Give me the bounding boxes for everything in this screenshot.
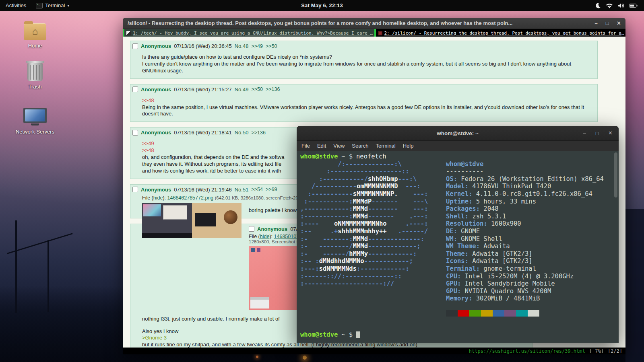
trash-icon — [27, 63, 43, 81]
terminal-app-icon — [36, 3, 43, 8]
neofetch-info-line: Shell: zsh 5.3.1 — [446, 213, 604, 220]
neofetch-title: whom@stdve — [446, 160, 604, 168]
command-text: neofetch — [356, 153, 386, 160]
thumbnail-right-screen — [192, 203, 242, 238]
backlink[interactable]: >>69 — [266, 187, 277, 192]
file-label: ): — [269, 234, 274, 239]
neofetch-info-line: Icons: Adwaita [GTK2/3] — [446, 257, 604, 265]
app-menu[interactable]: Terminal ▾ — [32, 0, 73, 11]
palette-swatch — [458, 310, 469, 317]
tab-favicon — [126, 31, 131, 35]
hide-file-link[interactable]: hide — [153, 195, 163, 201]
prompt-symbol: $ — [349, 331, 353, 338]
post-checkbox[interactable] — [132, 86, 138, 92]
post-text: Is there any guide/place on how to test … — [142, 54, 592, 61]
neofetch-info-line: Terminal: gnome-terminal — [446, 265, 604, 273]
post-checkbox[interactable] — [249, 226, 254, 232]
neofetch-info-line: WM Theme: Adwaita — [446, 243, 604, 250]
backlink[interactable]: >>136 — [251, 130, 265, 136]
prompt-path: ~ — [341, 331, 345, 338]
palette-swatch — [446, 310, 458, 317]
home-folder-icon — [24, 23, 46, 40]
neofetch-info-line: Kernel: 4.11.0-0.rc8.git0.1.fc26.x86_64 — [446, 190, 604, 198]
volume-icon — [618, 3, 624, 8]
poster-name: Anonymous — [257, 226, 287, 232]
tab-indicator — [374, 29, 376, 37]
post-thumbnail[interactable] — [142, 203, 242, 238]
neofetch-info-line: WM: GNOME Shell — [446, 235, 604, 243]
file-name-link[interactable]: 1468462785772.png — [167, 195, 214, 201]
desktop-icon-trash[interactable]: Trash — [14, 63, 56, 90]
poster-name: Anonymous — [141, 86, 171, 93]
palette-swatch — [469, 310, 481, 317]
backlink[interactable]: >>136 — [266, 86, 280, 92]
tab-bar: 1: /tech/ - Hey buddy, I see you are usi… — [123, 29, 625, 37]
neofetch-info-line: DE: GNOME — [446, 228, 604, 235]
browser-titlebar[interactable]: /silicon/ - Resurrecting the desktop thr… — [123, 18, 625, 29]
tab-silicon[interactable]: 2: /silicon/ - Resurrecting the desktop … — [374, 29, 626, 37]
command-line: whom@stdve~$neofetch — [300, 153, 618, 160]
tab-label: 2: /silicon/ - Resurrecting the desktop … — [384, 31, 625, 36]
post-checkbox[interactable] — [132, 43, 138, 49]
file-label: File ( — [142, 195, 153, 201]
post-number-link[interactable]: No.50 — [235, 130, 249, 136]
terminal-color-palette — [446, 310, 604, 317]
wallpaper-crane-silhouette — [47, 240, 49, 312]
desktop-icon-label: Trash — [14, 84, 56, 90]
maximize-button[interactable]: □ — [596, 130, 599, 136]
tab-tech[interactable]: 1: /tech/ - Hey buddy, I see you are usi… — [123, 29, 374, 37]
terminal-scrollbar[interactable] — [614, 152, 617, 197]
neofetch-info-line: Memory: 3020MiB / 4841MiB — [446, 295, 604, 302]
menu-view[interactable]: View — [333, 143, 345, 149]
prompt-symbol: $ — [349, 153, 353, 160]
menu-help[interactable]: Help — [403, 143, 414, 149]
desktop-icon-network-servers[interactable]: Network Servers — [14, 108, 56, 135]
neofetch-info-line: OS: Fedora 26 (Workstation Edition) x86_… — [446, 175, 604, 183]
wallpaper-tower-silhouette — [625, 209, 644, 362]
file-label: ): — [163, 195, 167, 201]
post-checkbox[interactable] — [132, 187, 138, 192]
hide-file-link[interactable]: hide — [260, 234, 270, 239]
terminal-headerbar[interactable]: whom@stdve: ~ – □ × — [297, 126, 619, 141]
wallpaper-harbor-light — [256, 356, 258, 358]
neofetch-info-line: Packages: 2048 — [446, 205, 604, 213]
terminal-cursor — [356, 331, 360, 338]
neofetch-separator: ---------- — [446, 168, 604, 175]
close-button[interactable]: × — [617, 20, 621, 27]
post-number-link[interactable]: No.49 — [235, 86, 249, 93]
system-tray[interactable] — [595, 0, 644, 11]
clock[interactable]: Sat May 6, 22:13 — [301, 2, 343, 8]
post-checkbox[interactable] — [132, 130, 138, 136]
poster-name: Anonymous — [141, 43, 171, 49]
terminal-content[interactable]: whom@stdve~$neofetch /:-------------:\ :… — [297, 151, 619, 343]
maximize-button[interactable]: □ — [606, 20, 609, 26]
menu-terminal[interactable]: Terminal — [376, 143, 396, 149]
activities-button[interactable]: Activities — [0, 0, 32, 11]
post-number-link[interactable]: No.51 — [235, 187, 249, 193]
browser-window-title: /silicon/ - Resurrecting the desktop thr… — [128, 20, 595, 26]
desktop-icon-home[interactable]: Home — [14, 23, 56, 49]
neofetch-info-line: Resolution: 644x362 — [446, 220, 604, 228]
backlink[interactable]: >>49 — [251, 43, 263, 49]
minimize-button[interactable]: – — [595, 20, 598, 26]
palette-swatch — [504, 310, 516, 317]
menu-file[interactable]: File — [301, 143, 310, 149]
network-computer-icon — [23, 108, 47, 126]
neofetch-info-line: Uptime: 5 hours, 33 mins — [446, 198, 604, 206]
desktop-icon-label: Network Servers — [14, 129, 56, 135]
prompt-user: whom@stdve — [300, 331, 338, 338]
menu-search[interactable]: Search — [352, 143, 368, 149]
neofetch-info-line: Theme: Adwaita [GTK2/3] — [446, 250, 604, 258]
shell-prompt: whom@stdve~$ — [300, 331, 618, 339]
post-number-link[interactable]: No.48 — [235, 43, 249, 49]
minimize-button[interactable]: – — [583, 130, 586, 136]
cite-link[interactable]: >>48 — [142, 97, 592, 104]
backlink[interactable]: >>50 — [266, 43, 277, 49]
backlink[interactable]: >>54 — [251, 187, 263, 192]
post-48: Anonymous 07/13/16 (Wed) 20:36:45 No.48 … — [130, 41, 598, 79]
menu-edit[interactable]: Edit — [317, 143, 326, 149]
neofetch-info-line: GPU: NVIDIA Quadro NVS 4200M — [446, 288, 604, 295]
file-meta: (642.01 KB, 3286x1080, screenFetch-2016… — [215, 195, 308, 200]
backlink[interactable]: >>50 — [251, 86, 263, 92]
close-button[interactable]: × — [609, 130, 612, 137]
